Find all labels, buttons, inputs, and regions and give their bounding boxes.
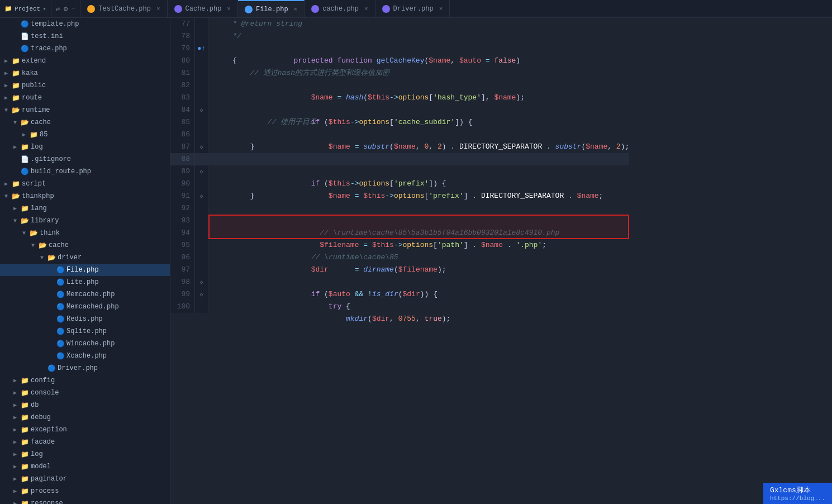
code-row-84: 84 ◇ if ($this->options['cache_subdir'])… [170, 104, 629, 116]
tab-close-file[interactable]: × [294, 6, 298, 13]
code-line-82: $name = hash($this->options['hash_type']… [208, 79, 629, 92]
sidebar-item-script[interactable]: ▶ 📁 script [0, 178, 170, 190]
sidebar-item-thinkphp[interactable]: ▼ 📂 thinkphp [0, 190, 170, 202]
sidebar-item-paginator[interactable]: ▶ 📁 paginator [0, 473, 170, 485]
folder-icon: 📁 [20, 389, 29, 397]
sidebar-item-config[interactable]: ▶ 📁 config [0, 374, 170, 387]
folder-icon: 📂 [20, 118, 29, 127]
fold-icon[interactable]: ◇ [199, 291, 203, 298]
tab-testcache[interactable]: TestCache.php × [80, 0, 167, 17]
sidebar-item-wincache[interactable]: 🔵 Wincache.php [0, 337, 170, 350]
sidebar-item-gitignore[interactable]: 📄 .gitignore [0, 153, 170, 165]
gutter-98: ◇ [195, 276, 208, 288]
fold-icon[interactable]: ◇ [199, 279, 203, 286]
sidebar-item-buildroute[interactable]: 🔵 build_route.php [0, 165, 170, 178]
php-file-icon: 🔵 [56, 315, 65, 324]
sidebar-item-filephp[interactable]: 🔵 File.php [0, 264, 170, 276]
tab-close-cachephp[interactable]: × [364, 6, 368, 12]
tab-driver[interactable]: Driver.php × [375, 0, 450, 17]
fold-icon[interactable]: ◇ [199, 107, 203, 113]
fold-icon[interactable]: ◇ [199, 144, 203, 150]
sidebar-item-testini[interactable]: 📄 test.ini [0, 30, 170, 42]
breakpoint-icon[interactable]: ●↑ [197, 45, 205, 53]
toolbar-icon3[interactable]: − [72, 4, 76, 13]
tab-cachephp[interactable]: cache.php × [305, 0, 375, 17]
sidebar-item-label: Lite.php [66, 278, 99, 286]
line-number: 85 [170, 116, 195, 129]
gutter-82 [195, 79, 208, 92]
sidebar-item-response[interactable]: ▶ 📁 response [0, 497, 170, 504]
sidebar-item-cache-runtime[interactable]: ▼ 📂 cache [0, 116, 170, 129]
sidebar-item-log2[interactable]: ▶ 📁 log [0, 448, 170, 460]
tab-close-testcache[interactable]: × [156, 6, 160, 12]
code-row-90: 90 $name = $this->options['prefix'] . DI… [170, 178, 629, 190]
line-number: 90 [170, 178, 195, 190]
line-number: 87 [170, 141, 195, 153]
sidebar-item-label: Memcached.php [66, 303, 119, 311]
sidebar-item-label: library [31, 217, 59, 225]
sidebar-item-kaka[interactable]: ▶ 📁 kaka [0, 67, 170, 79]
toolbar-icon1[interactable]: ⇄ [56, 4, 60, 13]
tab-cache[interactable]: Cache.php × [168, 0, 238, 17]
tab-icon-cachephp [311, 5, 319, 13]
sidebar-item-runtime[interactable]: ▼ 📂 runtime [0, 104, 170, 116]
sidebar-item-sqlite[interactable]: 🔵 Sqlite.php [0, 325, 170, 337]
code-line-91: } [208, 190, 629, 202]
gutter-79: ●↑ [195, 42, 208, 55]
sidebar-item-db[interactable]: ▶ 📁 db [0, 399, 170, 411]
tab-close-cache[interactable]: × [227, 6, 231, 12]
php-file-icon: 🔵 [56, 278, 65, 287]
code-line-84: if ($this->options['cache_subdir']) { [208, 104, 629, 116]
sidebar-item-template[interactable]: 🔵 template.php [0, 18, 170, 30]
sidebar-item-redis[interactable]: 🔵 Redis.php [0, 313, 170, 325]
code-row-85: 85 // 使用子目录 [170, 116, 629, 129]
sidebar-item-driverphp[interactable]: 🔵 Driver.php [0, 362, 170, 374]
fold-icon[interactable]: ◇ [199, 193, 203, 199]
sidebar-item-think[interactable]: ▼ 📂 think [0, 227, 170, 239]
code-row-79: 79 ●↑ protected function getCacheKey($na… [170, 42, 629, 55]
sidebar-item-model[interactable]: ▶ 📁 model [0, 460, 170, 473]
code-line-94: $filename = $this->options['path'] . $na… [208, 227, 629, 239]
code-row-83: 83 [170, 92, 629, 104]
sidebar-item-driver[interactable]: ▼ 📂 driver [0, 251, 170, 264]
sidebar-item-facade[interactable]: ▶ 📁 facade [0, 436, 170, 448]
gutter-93 [195, 215, 208, 227]
tab-close-driver[interactable]: × [439, 6, 443, 12]
sidebar-item-label: response [31, 500, 63, 504]
code-container[interactable]: 77 * @return string 78 */ 79 ●↑ [170, 18, 832, 504]
sidebar-item-memcached[interactable]: 🔵 Memcached.php [0, 301, 170, 313]
toolbar-icon2[interactable]: ⚙ [64, 4, 68, 13]
tab-file[interactable]: File.php × [238, 0, 305, 17]
arrow-icon: ▶ [13, 426, 20, 433]
sidebar-item-extend[interactable]: ▶ 📁 extend [0, 55, 170, 67]
sidebar-item-label: thinkphp [22, 192, 54, 200]
sidebar-item-debug[interactable]: ▶ 📁 debug [0, 411, 170, 424]
sidebar-item-library[interactable]: ▼ 📂 library [0, 215, 170, 227]
arrow-icon: ▶ [13, 414, 20, 421]
sidebar-item-label: public [22, 82, 46, 89]
sidebar-item-trace[interactable]: 🔵 trace.php [0, 42, 170, 55]
code-row-88: 88 [170, 153, 629, 165]
sidebar-item-xcache[interactable]: 🔵 Xcache.php [0, 350, 170, 362]
arrow-icon: ▶ [4, 70, 11, 77]
code-line-99: try { [208, 288, 629, 301]
line-number: 79 [170, 42, 195, 55]
gutter-85 [195, 116, 208, 129]
sidebar-item-memcache[interactable]: 🔵 Memcache.php [0, 288, 170, 301]
gutter-88 [195, 153, 208, 165]
sidebar-item-litephp[interactable]: 🔵 Lite.php [0, 276, 170, 288]
code-line-100: mkdir($dir, 0755, true); [208, 301, 629, 313]
sidebar-item-exception[interactable]: ▶ 📁 exception [0, 424, 170, 436]
sidebar-item-route[interactable]: ▶ 📁 route [0, 92, 170, 104]
sidebar-item-cache-think[interactable]: ▼ 📂 cache [0, 239, 170, 251]
fold-icon[interactable]: ◇ [199, 168, 203, 175]
sidebar-item-label: Xcache.php [66, 352, 107, 360]
sidebar-item-lang[interactable]: ▶ 📁 lang [0, 202, 170, 215]
sidebar-item-process[interactable]: ▶ 📁 process [0, 485, 170, 497]
sidebar-item-85[interactable]: ▶ 📁 85 [0, 129, 170, 141]
sidebar-item-public[interactable]: ▶ 📁 public [0, 79, 170, 92]
php-file-icon: 🔵 [56, 352, 65, 360]
arrow-icon: ▶ [4, 58, 11, 64]
sidebar-item-log[interactable]: ▶ 📁 log [0, 141, 170, 153]
sidebar-item-console[interactable]: ▶ 📁 console [0, 387, 170, 399]
